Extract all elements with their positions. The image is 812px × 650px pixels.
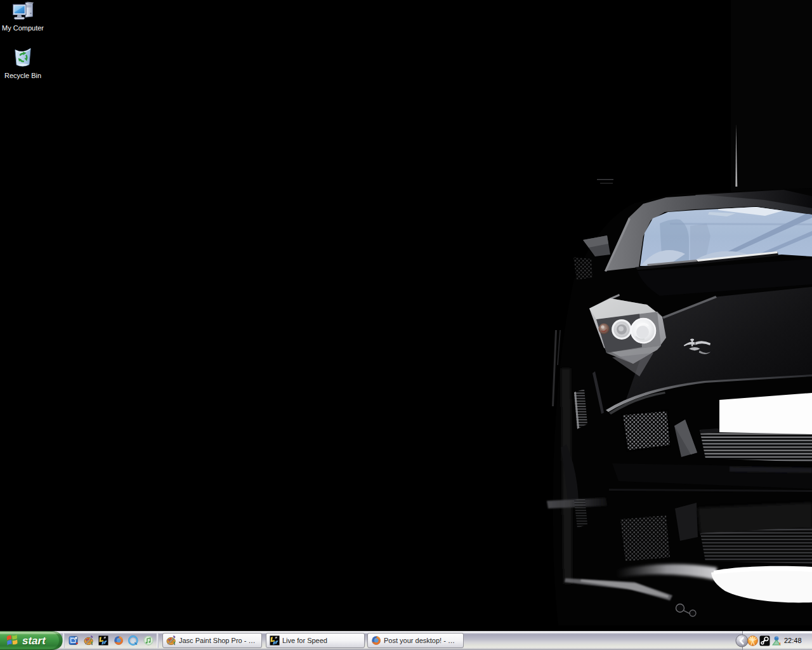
svg-text:start: start	[22, 635, 46, 647]
